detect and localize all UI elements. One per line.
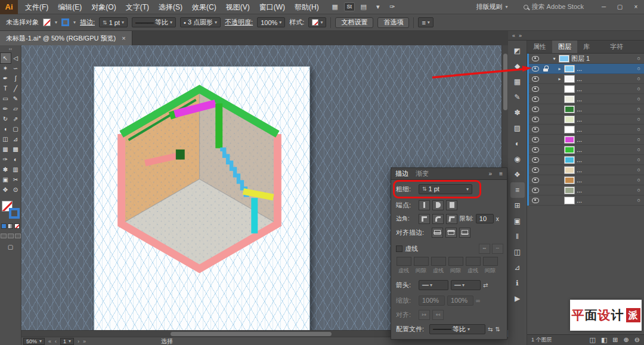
- scale-end-field[interactable]: 100%: [447, 296, 473, 306]
- visibility-toggle[interactable]: [531, 198, 540, 203]
- rotate-tool[interactable]: ↻: [1, 114, 11, 124]
- dash-input[interactable]: [448, 257, 463, 266]
- draw-normal-button[interactable]: [1, 234, 7, 238]
- round-join-button[interactable]: [432, 214, 444, 224]
- line-segment-tool[interactable]: ╱: [11, 83, 21, 94]
- color-panel-icon[interactable]: ◩: [510, 43, 525, 58]
- layer-row[interactable]: ▸ ... ○: [529, 74, 644, 84]
- horizontal-scroll-thumb[interactable]: [171, 332, 332, 336]
- dash-input[interactable]: [466, 257, 481, 266]
- info-panel-icon[interactable]: ℹ: [510, 275, 525, 291]
- eyedropper-tool[interactable]: ✑: [1, 154, 11, 164]
- selection-tool[interactable]: ↖: [1, 53, 11, 63]
- transform-panel-icon[interactable]: ⊿: [510, 260, 525, 275]
- layer-row[interactable]: ... ○: [529, 195, 644, 206]
- dash-input[interactable]: [397, 257, 411, 266]
- rectangle-tool[interactable]: ▭: [1, 94, 11, 104]
- target-circle-icon[interactable]: ○: [637, 136, 640, 142]
- visibility-toggle[interactable]: [531, 56, 540, 61]
- layer-name[interactable]: ...: [577, 126, 636, 133]
- opacity-dropdown[interactable]: 100% ▾: [257, 17, 285, 27]
- layer-name[interactable]: ...: [577, 116, 636, 123]
- align-inside-button[interactable]: [445, 228, 457, 238]
- layer-name[interactable]: ...: [577, 136, 636, 143]
- stock-search[interactable]: 搜索 Adobe Stock: [524, 2, 584, 11]
- tab-stroke[interactable]: 描边: [395, 169, 408, 178]
- layer-name[interactable]: ...: [577, 75, 636, 82]
- layer-name[interactable]: ...: [577, 187, 636, 194]
- align-dash-button[interactable]: ╌: [492, 244, 503, 254]
- layer-name[interactable]: 图层 1: [571, 54, 636, 63]
- layer-name[interactable]: ...: [577, 176, 636, 184]
- panel-tab[interactable]: 库: [577, 41, 596, 53]
- dashed-line-checkbox[interactable]: [396, 245, 402, 252]
- layer-row[interactable]: ... ○: [529, 185, 644, 195]
- visibility-toggle[interactable]: [531, 188, 540, 193]
- preserve-dash-button[interactable]: ╍: [479, 244, 490, 254]
- blend-tool[interactable]: ◐: [11, 154, 21, 164]
- visibility-toggle[interactable]: [531, 97, 540, 102]
- brushes-panel-icon[interactable]: ✎: [510, 89, 525, 105]
- layer-row[interactable]: ... ○: [529, 84, 644, 94]
- visibility-toggle[interactable]: [531, 167, 540, 173]
- panel-tab[interactable]: 字符: [604, 41, 629, 53]
- layer-name[interactable]: ...: [577, 146, 636, 153]
- layer-name[interactable]: ...: [577, 156, 636, 163]
- target-circle-icon[interactable]: ○: [637, 96, 640, 102]
- target-circle-icon[interactable]: ○: [637, 116, 640, 122]
- toolbar-collapse-icon[interactable]: ‹‹: [9, 45, 12, 53]
- document-setup-button[interactable]: 文档设置: [335, 17, 373, 28]
- graphic-styles-panel-icon[interactable]: ❖: [510, 167, 525, 182]
- curvature-tool[interactable]: ʃ: [11, 73, 21, 83]
- minimize-button[interactable]: ─: [596, 0, 612, 14]
- round-cap-button[interactable]: [432, 200, 444, 210]
- document-tab[interactable]: 未标题-1.ai* @ 50% (RGB/GPU 预览) ×: [0, 31, 132, 45]
- layer-row[interactable]: ... ○: [529, 125, 644, 135]
- visibility-toggle[interactable]: [531, 66, 540, 72]
- actions-panel-icon[interactable]: ▶: [510, 291, 525, 306]
- stroke-weight-dropdown[interactable]: ⇅ 1 pt ▾: [99, 17, 128, 27]
- expand-panels-icon[interactable]: »: [519, 33, 522, 39]
- next-artboard-icon[interactable]: ›: [78, 338, 79, 344]
- butt-cap-button[interactable]: [419, 200, 430, 210]
- width-profile-dropdown[interactable]: ——— 等比 ▾: [132, 17, 176, 27]
- width-tool[interactable]: ◖: [1, 124, 11, 134]
- fill-caret-icon[interactable]: ▾: [55, 20, 57, 25]
- tab-close-icon[interactable]: ×: [122, 35, 125, 42]
- new-layer-icon[interactable]: ⊕: [624, 336, 629, 344]
- shaper-tool[interactable]: ✏: [1, 104, 11, 114]
- expand-chevron-icon[interactable]: ▾: [552, 56, 557, 61]
- layer-row[interactable]: ... ○: [529, 145, 644, 155]
- bevel-join-button[interactable]: [446, 214, 457, 224]
- artboards-panel-icon[interactable]: ▣: [510, 213, 525, 229]
- target-circle-icon[interactable]: ○: [637, 197, 640, 203]
- maximize-button[interactable]: ▢: [612, 0, 628, 14]
- panel-menu-icon[interactable]: ≡: [499, 170, 503, 177]
- layer-row[interactable]: ▸ ... ○: [529, 64, 644, 74]
- menu-item[interactable]: 文字(T): [121, 0, 154, 14]
- panel-tab[interactable]: 属性: [527, 41, 552, 53]
- target-circle-icon[interactable]: ○: [637, 177, 640, 183]
- visibility-toggle[interactable]: [531, 157, 540, 163]
- screen-mode-button[interactable]: ▢: [8, 244, 13, 250]
- select-similar-dropdown[interactable]: ≡ ▾: [418, 17, 433, 27]
- zoom-dropdown[interactable]: 50% ▾: [23, 338, 45, 345]
- dash-input[interactable]: [431, 257, 446, 266]
- previous-artboard-icon[interactable]: ‹: [55, 338, 57, 344]
- projecting-cap-button[interactable]: [446, 200, 457, 210]
- target-circle-icon[interactable]: ○: [637, 76, 640, 82]
- layer-row[interactable]: ... ○: [529, 114, 644, 125]
- target-circle-icon[interactable]: ○: [637, 147, 640, 153]
- eraser-tool[interactable]: ▱: [11, 104, 21, 114]
- align-outside-button[interactable]: [459, 228, 470, 238]
- stroke-panel-icon[interactable]: ≡: [510, 182, 525, 198]
- layer-name[interactable]: ...: [577, 197, 636, 204]
- column-graph-tool[interactable]: ▥: [11, 164, 21, 175]
- workspace-caret-icon[interactable]: ▾: [373, 3, 383, 11]
- symbol-sprayer-tool[interactable]: ✽: [1, 164, 11, 175]
- target-circle-icon[interactable]: ○: [637, 66, 640, 72]
- opacity-link-label[interactable]: 不透明度:: [225, 18, 253, 27]
- arrow-start-dropdown[interactable]: — ▾: [419, 280, 448, 290]
- align-center-button[interactable]: [432, 228, 443, 238]
- shape-builder-tool[interactable]: ◫: [1, 134, 11, 144]
